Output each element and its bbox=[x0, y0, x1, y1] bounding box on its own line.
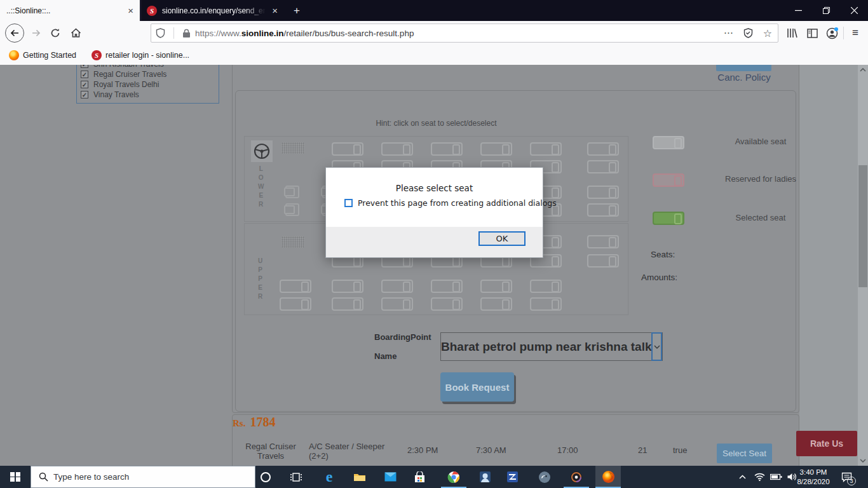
berth-seat[interactable] bbox=[530, 297, 562, 311]
dialog-message: Please select seat bbox=[326, 183, 543, 193]
berth-seat[interactable] bbox=[587, 142, 619, 156]
berth-seat[interactable] bbox=[381, 142, 413, 156]
ok-button[interactable]: OK bbox=[478, 231, 526, 246]
chair-seat[interactable] bbox=[285, 203, 299, 216]
berth-seat[interactable] bbox=[280, 280, 311, 293]
bookmark-getting-started[interactable]: Getting Started bbox=[9, 50, 76, 60]
available-seats-count: 21 bbox=[638, 445, 647, 455]
berth-seat[interactable] bbox=[431, 297, 463, 311]
url-path: /retailer/bus/bus-search-result.php bbox=[284, 29, 414, 38]
lens-app-icon[interactable] bbox=[564, 466, 589, 488]
window-minimize-button[interactable] bbox=[784, 0, 812, 21]
book-request-button[interactable]: Book Request bbox=[440, 372, 514, 402]
toolbar-divider bbox=[843, 27, 844, 39]
account-icon[interactable] bbox=[822, 24, 841, 43]
reload-button[interactable] bbox=[46, 24, 65, 43]
berth-seat[interactable] bbox=[480, 142, 512, 156]
sidebar-icon[interactable] bbox=[803, 24, 822, 43]
lock-icon[interactable] bbox=[182, 29, 191, 38]
berth-seat[interactable] bbox=[431, 280, 463, 293]
available-seat-legend-icon bbox=[653, 136, 684, 149]
chevron-down-icon[interactable] bbox=[651, 332, 662, 361]
operator-filter-item[interactable]: ✓Regal Cruiser Travels bbox=[81, 69, 219, 79]
prevent-dialogs-checkbox[interactable] bbox=[344, 199, 353, 207]
bookmark-star-icon[interactable]: ☆ bbox=[763, 27, 772, 39]
boarding-point-label: BoardingPoint bbox=[374, 332, 431, 342]
tab-sionline-active[interactable]: ..::Sionline::.. × bbox=[0, 0, 140, 21]
cortana-icon[interactable] bbox=[253, 466, 278, 488]
edge-icon[interactable]: e bbox=[316, 466, 342, 488]
scroll-up-icon[interactable] bbox=[858, 65, 868, 75]
tab-enquiry[interactable]: S sionline.co.in/enquery/send_en × bbox=[140, 0, 284, 21]
berth-seat[interactable] bbox=[587, 203, 619, 217]
berth-seat[interactable] bbox=[480, 297, 512, 311]
window-restore-button[interactable] bbox=[812, 0, 840, 21]
operator-filter-item[interactable]: ✓Royal Travels Delhi bbox=[81, 79, 219, 90]
checkbox-checked-icon[interactable]: ✓ bbox=[81, 81, 88, 88]
operator-filter-item[interactable]: ✓Shri Rishabh Travels bbox=[81, 65, 219, 69]
url-scheme: https://www. bbox=[195, 29, 241, 38]
berth-seat[interactable] bbox=[587, 254, 619, 268]
media-app-icon[interactable] bbox=[472, 466, 498, 488]
boarding-point-select[interactable]: Bharat petrol pump near krishna talkies bbox=[440, 332, 663, 361]
rate-us-button[interactable]: Rate Us bbox=[796, 431, 857, 456]
scroll-down-icon[interactable] bbox=[858, 456, 868, 466]
home-button[interactable] bbox=[66, 24, 85, 43]
page-scrollbar[interactable] bbox=[858, 65, 868, 466]
legend-label: Selected seat bbox=[697, 213, 824, 222]
back-button[interactable] bbox=[5, 24, 24, 43]
start-button[interactable] bbox=[0, 466, 31, 488]
chrome-icon[interactable] bbox=[441, 466, 466, 488]
library-icon[interactable] bbox=[782, 24, 801, 43]
berth-seat[interactable] bbox=[280, 297, 311, 311]
berth-seat[interactable] bbox=[530, 142, 562, 156]
select-seat-button[interactable]: Select Seat bbox=[717, 444, 772, 463]
chair-seat[interactable] bbox=[285, 186, 299, 198]
tray-chevron-up-icon[interactable] bbox=[734, 466, 750, 488]
operator-filter-item[interactable]: ✓Vinay Travels bbox=[81, 90, 219, 100]
wifi-icon[interactable] bbox=[752, 466, 767, 488]
berth-seat[interactable] bbox=[431, 142, 463, 156]
new-tab-button[interactable]: + bbox=[287, 0, 306, 21]
legend-label: Available seat bbox=[697, 137, 824, 146]
mail-icon[interactable] bbox=[377, 466, 403, 488]
menu-hamburger-icon[interactable]: ≡ bbox=[846, 24, 865, 43]
tab-close-icon[interactable]: × bbox=[128, 5, 133, 16]
tab-close-icon[interactable]: × bbox=[272, 5, 278, 16]
berth-seat[interactable] bbox=[332, 297, 363, 311]
checkbox-checked-icon[interactable]: ✓ bbox=[81, 71, 88, 78]
task-view-icon[interactable] bbox=[283, 466, 309, 488]
window-close-button[interactable] bbox=[840, 0, 868, 21]
forward-button[interactable] bbox=[27, 24, 46, 43]
z-app-icon[interactable] bbox=[499, 466, 525, 488]
taskbar-clock[interactable]: 3:40 PM 8/28/2020 bbox=[794, 468, 832, 486]
scrollbar-thumb[interactable] bbox=[858, 165, 867, 287]
berth-seat[interactable] bbox=[332, 142, 363, 156]
checkbox-checked-icon[interactable]: ✓ bbox=[81, 65, 88, 68]
legend-label: Reserved for ladies bbox=[697, 174, 824, 184]
ladies-seat-legend-icon bbox=[653, 173, 684, 187]
battery-icon[interactable] bbox=[768, 466, 784, 488]
checkbox-checked-icon[interactable]: ✓ bbox=[81, 91, 88, 98]
berth-seat[interactable] bbox=[530, 280, 562, 293]
microsoft-store-icon[interactable] bbox=[407, 466, 432, 488]
berth-seat[interactable] bbox=[381, 280, 413, 293]
berth-block bbox=[281, 142, 304, 154]
berth-seat[interactable] bbox=[587, 186, 619, 199]
berth-seat[interactable] bbox=[587, 160, 619, 173]
berth-seat[interactable] bbox=[480, 280, 512, 293]
file-explorer-icon[interactable] bbox=[347, 466, 372, 488]
dialog-prevent-row: Prevent this page from creating addition… bbox=[344, 198, 557, 208]
search-icon bbox=[39, 472, 48, 482]
url-bar[interactable]: https://www.sionline.in/retailer/bus/bus… bbox=[151, 24, 778, 43]
swirl-app-icon[interactable] bbox=[532, 466, 557, 488]
page-actions-icon[interactable]: ⋯ bbox=[724, 27, 734, 39]
shield-check-icon[interactable] bbox=[743, 28, 753, 38]
firefox-taskbar-icon[interactable] bbox=[595, 466, 621, 488]
tracking-protection-shield-icon[interactable] bbox=[156, 28, 165, 38]
taskbar-search-input[interactable]: Type here to search bbox=[31, 466, 255, 488]
berth-seat[interactable] bbox=[381, 297, 413, 311]
berth-seat[interactable] bbox=[587, 235, 619, 248]
bookmark-retailer-login[interactable]: S retailer login - sionline... bbox=[92, 50, 189, 60]
berth-seat[interactable] bbox=[332, 280, 363, 293]
